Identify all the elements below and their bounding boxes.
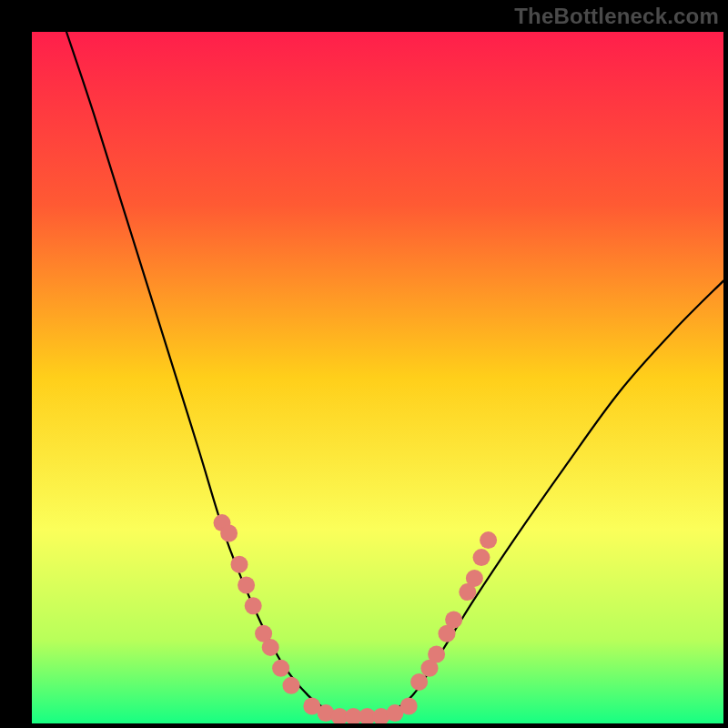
chart-svg [32,32,723,723]
right-dot-cluster-point [466,570,483,587]
left-dot-cluster-point [238,577,255,594]
right-dot-cluster-point [410,673,428,691]
bottom-dot-cluster-point [400,698,418,715]
chart-frame: TheBottleneck.com [0,0,728,728]
right-dot-cluster-point [480,531,497,549]
gradient-background [32,32,723,723]
left-dot-cluster-point [272,660,289,677]
plot-area [32,32,723,723]
left-dot-cluster-point [245,597,262,614]
watermark-text: TheBottleneck.com [514,4,719,29]
right-dot-cluster-point [428,646,445,663]
left-dot-cluster-point [262,639,279,656]
left-dot-cluster-point [283,677,300,694]
right-dot-cluster-point [473,549,490,566]
left-dot-cluster-point [231,556,248,573]
right-dot-cluster-point [445,612,462,629]
left-dot-cluster-point [220,525,238,542]
